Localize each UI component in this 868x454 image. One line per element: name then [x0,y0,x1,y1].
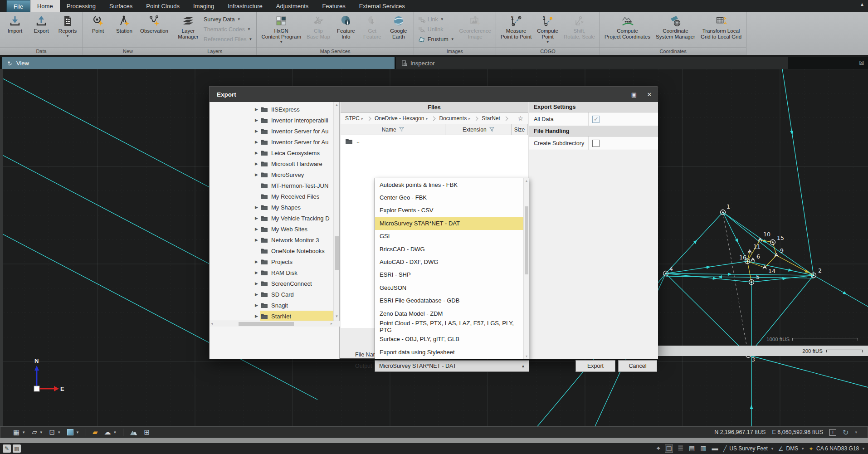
tab-view[interactable]: View [2,57,395,69]
all-data-row[interactable]: All Data [529,112,658,126]
wireframe-view-button[interactable]: ⊡▼ [49,428,61,436]
folder-tree[interactable]: ▶IISExpress▶Inventor Interoperabili▶Inve… [210,102,340,359]
navigation-tool-button[interactable]: ⌖ [656,444,661,453]
format-list-scrollbar[interactable]: ▴ ▾ [523,178,529,359]
tree-vertical-scrollbar[interactable]: ▲ ▼ [333,102,339,321]
format-option-explor-events-csv[interactable]: Explor Events - CSV [375,204,524,217]
expand-arrow-icon[interactable]: ▶ [255,303,260,308]
cancel-button[interactable]: Cancel [618,360,657,372]
feature-info-button[interactable]: Feature Info [333,14,359,41]
menu-tab-features[interactable]: Features [315,0,352,12]
expand-arrow-icon[interactable]: ▶ [255,151,260,155]
expand-arrow-icon[interactable]: ▶ [255,292,260,297]
breadcrumb-item-onedrive-hexagon[interactable]: OneDrive - Hexagon▸ [373,115,429,122]
format-option-autocad-dxf-dwg[interactable]: AutoCAD - DXF, DWG [375,255,524,268]
tab-inspector[interactable]: Inspector [396,57,788,69]
breadcrumb[interactable]: STPC▸OneDrive - Hexagon▸Documents▸StarNe… [341,113,528,124]
coordinate-system-manager-button[interactable]: Coordinate System Manager [653,14,697,41]
format-option-autodesk-points-lines-fbk[interactable]: Autodesk points & lines - FBK [375,178,524,191]
format-scroll-thumb[interactable] [525,206,528,274]
create-subdirectory-row[interactable]: Create Subdirectory [529,137,658,150]
format-option-esri-file-geodatabase-gdb[interactable]: ESRI File Geodatabase - GDB [375,294,524,307]
tree-item-projects[interactable]: ▶Projects [210,256,334,267]
tree-item-microsoft-hardware[interactable]: ▶Microsoft Hardware [210,158,334,169]
tree-item-my-shapes[interactable]: ▶My Shapes [210,202,334,213]
survey-data-dropdown[interactable]: Survey Data▼ [204,15,252,23]
breadcrumb-item-stpc[interactable]: STPC▸ [343,115,365,122]
expand-arrow-icon[interactable]: ▶ [255,172,260,177]
expand-arrow-icon[interactable]: ▶ [255,216,260,220]
file-column-headers[interactable]: NameExtensionSize [341,124,528,135]
tree-item-snagit[interactable]: ▶Snagit [210,300,334,311]
expand-arrow-icon[interactable]: ▶ [255,129,260,133]
tree-item-starnet[interactable]: ▶StarNet [210,311,334,322]
grid-table-button[interactable]: ⊞ [144,428,150,436]
format-option-surface-obj-ply-gltf-glb[interactable]: Surface - OBJ, PLY, glTF, GLB [375,333,524,346]
all-data-checkbox[interactable] [592,116,600,123]
surface-button[interactable] [130,429,137,436]
file-row-parent-folder[interactable]: .. [341,136,528,146]
expand-arrow-icon[interactable]: ▶ [255,107,260,112]
expand-arrow-icon[interactable]: ▶ [255,161,260,166]
create-subdirectory-checkbox[interactable] [592,140,600,147]
station-button[interactable]: Station [112,14,137,35]
crs-selector[interactable]: ✦ CA 6 NAD83 G18 ▼ [809,445,865,452]
preview-tool-button[interactable]: ❏ [665,444,673,453]
format-option-bricscad-dwg[interactable]: BricsCAD - DWG [375,243,524,255]
column-header-extension[interactable]: Extension [445,124,512,135]
breadcrumb-item-documents[interactable]: Documents▸ [437,115,472,122]
texture-button[interactable]: ▰ [93,428,98,436]
expand-arrow-icon[interactable]: ▶ [255,259,260,264]
sketch-tool-button[interactable]: ✎ [3,444,11,453]
observation-button[interactable]: Observation [138,14,171,35]
tree-horizontal-scrollbar[interactable]: ◂ ▸ [210,321,340,327]
tree-item-inventor-server-for-au[interactable]: ▶Inventor Server for Au [210,137,334,147]
format-option-gsi[interactable]: GSI [375,230,524,243]
menu-tab-adjustments[interactable]: Adjustments [269,0,316,12]
format-option-esri-shp[interactable]: ESRI - SHP [375,268,524,281]
city-tool-button[interactable]: ▥ [699,444,707,453]
frustum-dropdown[interactable]: Frustum▼ [418,35,454,43]
details-tool-button[interactable]: ☰ [677,444,684,453]
coordinate-entry-button[interactable]: + [829,429,836,436]
format-option-export-data-using-stylesheet[interactable]: Export data using Stylesheet [375,346,524,358]
measure-point-to-point-button[interactable]: NMeasure Point to Point [498,14,534,41]
hatch-tool-button[interactable]: ▨ [13,444,21,453]
export-confirm-button[interactable]: Export [575,360,615,372]
tree-item-my-received-files[interactable]: My Received Files [210,191,334,202]
output-type-dropdown-list[interactable]: Autodesk points & lines - FBKCenter Geo … [375,178,529,359]
ribbon-collapse-button[interactable]: ▴ [861,1,863,7]
menu-tab-external-services[interactable]: External Services [352,0,412,12]
breadcrumb-item-starnet[interactable]: StarNet [480,115,502,122]
units-selector[interactable]: ╱ US Survey Feet ▼ [723,445,774,452]
point-button[interactable]: Point [85,14,111,35]
orbit-icon[interactable]: ↻ [843,428,848,437]
compute-project-coordinates-button[interactable]: Compute Project Coordinates [602,14,653,41]
expand-arrow-icon[interactable]: ▶ [255,238,260,242]
tree-hscroll-thumb[interactable] [239,322,294,326]
tree-item-microsurvey[interactable]: ▶MicroSurvey [210,169,334,180]
reports-button[interactable]: Reports▼ [55,14,80,39]
tree-item-my-vehicle-tracking-d[interactable]: ▶My Vehicle Tracking D [210,213,334,224]
angle-format-selector[interactable]: ∠ DMS ▼ [778,445,805,452]
menu-tab-imaging[interactable]: Imaging [186,0,221,12]
column-header-size[interactable]: Size [512,124,528,135]
format-option-microsurvey-star-net-dat[interactable]: MicroSurvey STAR*NET - DAT [375,217,524,229]
filter-icon[interactable] [489,127,494,132]
display-settings-button[interactable]: ▦▼ [13,428,25,436]
layer-manager-button[interactable]: Layer Manager [176,14,201,41]
expand-arrow-icon[interactable]: ▶ [255,281,260,286]
export-button[interactable]: Export [29,14,54,35]
google-earth-button[interactable]: Google Earth [386,14,411,41]
expand-arrow-icon[interactable]: ▶ [255,118,260,122]
tree-item-onenote-notebooks[interactable]: OneNote Notebooks [210,245,334,256]
tree-item-leica-geosystems[interactable]: ▶Leica Geosystems [210,147,334,158]
transform-local-grid-button[interactable]: Transform Local Grid to Local Grid [698,14,744,41]
tree-vscroll-thumb[interactable] [335,236,339,270]
tree-item-inventor-server-for-au[interactable]: ▶Inventor Server for Au [210,126,334,137]
coordinate-options-caret[interactable]: ▾ [855,430,857,434]
filter-icon[interactable] [399,127,404,132]
shaded-view-button[interactable]: ▼ [67,429,79,435]
favorite-star-icon[interactable]: ☆ [517,115,525,122]
layers-tool-button[interactable]: ▤ [688,444,696,453]
